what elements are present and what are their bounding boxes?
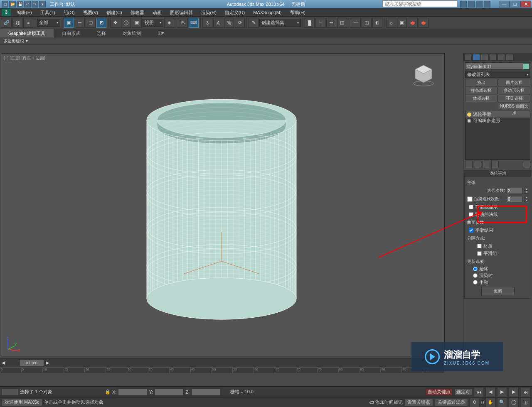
iterations-field[interactable]: [507, 188, 522, 194]
spinnersnap-icon[interactable]: ⟳: [235, 18, 245, 28]
app-logo-icon[interactable]: 3: [2, 9, 11, 16]
tab-display-icon[interactable]: [498, 54, 505, 61]
selection-filter-dd[interactable]: 全部: [37, 19, 60, 27]
render-iter-chk[interactable]: [467, 196, 473, 202]
tab-utility-icon[interactable]: [506, 54, 513, 61]
qat-more-icon[interactable]: ▾: [39, 1, 46, 7]
menu-maxscript[interactable]: MAXScript(M): [249, 8, 286, 17]
select-window-icon[interactable]: ◩: [96, 18, 106, 28]
manip-icon[interactable]: ⇱: [178, 18, 188, 28]
qat-undo-icon[interactable]: ↶: [24, 1, 31, 7]
modifier-stack[interactable]: 涡轮平滑 ◼可编辑多边形: [465, 111, 530, 160]
render-setup-icon[interactable]: ☼: [386, 18, 396, 28]
menu-render[interactable]: 渲染(R): [197, 8, 221, 17]
frame-field[interactable]: 0: [481, 400, 484, 405]
spinner-icon[interactable]: ▴▾: [524, 196, 528, 202]
workspace-label[interactable]: 工作台: 默认: [50, 1, 75, 7]
mod-btn[interactable]: NURBS 曲面选择: [498, 103, 530, 110]
close-button[interactable]: ✕: [520, 1, 531, 7]
addtime-label[interactable]: 添加时间标记: [375, 399, 403, 405]
mirror-icon[interactable]: ▐▌: [305, 18, 315, 28]
mod-btn[interactable]: 样条线选择: [465, 87, 498, 94]
sep-mat-chk[interactable]: [477, 244, 482, 248]
render-iter-field[interactable]: [507, 196, 522, 202]
menu-create[interactable]: 创建(C): [102, 8, 126, 17]
explicit-normal-chk[interactable]: [469, 212, 473, 217]
tab-motion-icon[interactable]: [489, 54, 497, 61]
named-sel-dd[interactable]: 创建选择集: [259, 19, 301, 27]
menu-edit[interactable]: 编辑(E): [12, 8, 36, 17]
timetag-icon[interactable]: 🏷: [369, 400, 374, 405]
move-icon[interactable]: ✥: [110, 18, 120, 28]
layers-icon[interactable]: ☰: [326, 18, 336, 28]
isoline-chk[interactable]: [469, 205, 473, 209]
keyfilter-button[interactable]: 关键点过滤器: [435, 399, 468, 406]
update-button[interactable]: 更新: [481, 287, 515, 295]
setkey-button[interactable]: 设置关键点: [404, 399, 433, 406]
render-frame-icon[interactable]: ▣: [397, 18, 407, 28]
configure-icon[interactable]: [523, 161, 530, 168]
subtab-polymodel[interactable]: 多边形建模: [3, 38, 24, 44]
pin-stack-icon[interactable]: [465, 161, 473, 168]
menu-group[interactable]: 组(G): [59, 8, 79, 17]
remove-mod-icon[interactable]: [491, 161, 499, 168]
percentsnap-icon[interactable]: %: [224, 18, 234, 28]
search-input[interactable]: [382, 0, 457, 7]
tab-create-icon[interactable]: [464, 54, 472, 61]
coord-y[interactable]: [155, 388, 184, 396]
star-icon[interactable]: [476, 1, 483, 7]
scale-icon[interactable]: ▣: [132, 18, 142, 28]
menu-graph[interactable]: 图形编辑器: [166, 8, 197, 17]
selset-label[interactable]: 选定对: [454, 388, 472, 396]
tab-hierarchy-icon[interactable]: [481, 54, 488, 61]
spinner-icon[interactable]: ▴▾: [524, 188, 528, 194]
curve-ed-icon[interactable]: 〰: [351, 18, 361, 28]
qat-new-icon[interactable]: ◻: [2, 1, 8, 7]
mod-btn[interactable]: 挤出: [465, 79, 498, 86]
refcoord-dd[interactable]: 视图: [143, 19, 163, 27]
menu-custom[interactable]: 自定义(U): [221, 8, 249, 17]
menu-modifier[interactable]: 修改器: [126, 8, 148, 17]
sep-sg-chk[interactable]: [477, 251, 482, 256]
viewport[interactable]: [+] [正交] [真实 + 边面] z x y: [1, 53, 445, 356]
menu-help[interactable]: 帮助(H): [286, 8, 310, 17]
vp-pan-icon[interactable]: ✋: [485, 397, 495, 407]
smooth-result-chk[interactable]: [469, 228, 473, 233]
tab-graphite[interactable]: Graphite 建模工具: [0, 29, 54, 37]
lock-icon[interactable]: [468, 1, 475, 7]
render-prod-icon[interactable]: 🫖: [419, 18, 429, 28]
play-icon[interactable]: ▶: [497, 387, 507, 397]
menu-view[interactable]: 视图(V): [79, 8, 103, 17]
anglesnap-icon[interactable]: ∡: [213, 18, 223, 28]
lock-icon[interactable]: 🔒: [105, 389, 111, 395]
bind-icon[interactable]: ≈: [23, 18, 33, 28]
vp-zoom-icon[interactable]: 🔍: [497, 397, 507, 407]
modifier-list-dd[interactable]: 修改器列表: [465, 71, 530, 78]
upd-manual-radio[interactable]: [473, 280, 478, 284]
pivot-icon[interactable]: ◈: [164, 18, 174, 28]
coord-z[interactable]: [191, 388, 220, 396]
timeslider-prev-icon[interactable]: ◀: [2, 360, 5, 365]
maxscript-mini-icon[interactable]: [2, 388, 18, 396]
viewport-label[interactable]: [+] [正交] [真实 + 边面]: [4, 55, 45, 61]
qat-redo-icon[interactable]: ↷: [32, 1, 38, 7]
coord-x[interactable]: [118, 388, 147, 396]
tab-freeform[interactable]: 自由形式: [54, 29, 89, 37]
snap3-icon[interactable]: 3: [202, 18, 212, 28]
render-icon[interactable]: 🫖: [408, 18, 418, 28]
link-icon[interactable]: 🔗: [2, 18, 12, 28]
autokey-button[interactable]: 自动关键点: [426, 388, 453, 396]
unlink-icon[interactable]: ⛓: [12, 18, 22, 28]
unique-icon[interactable]: [483, 161, 490, 168]
menu-anim[interactable]: 动画: [148, 8, 166, 17]
model-cylinder[interactable]: [118, 66, 334, 348]
align-icon[interactable]: ≡: [315, 18, 325, 28]
vp-orbit-icon[interactable]: ◯: [509, 397, 519, 407]
ribbon-dd-icon[interactable]: ◫▾: [158, 30, 164, 36]
qat-open-icon[interactable]: 📂: [9, 1, 16, 7]
mod-btn[interactable]: 面片选择: [498, 79, 530, 86]
vp-max-icon[interactable]: ◫: [520, 397, 530, 407]
maximize-button[interactable]: □: [510, 1, 520, 7]
bulb-icon[interactable]: [467, 113, 471, 117]
play-next-icon[interactable]: ▶: [509, 387, 519, 397]
